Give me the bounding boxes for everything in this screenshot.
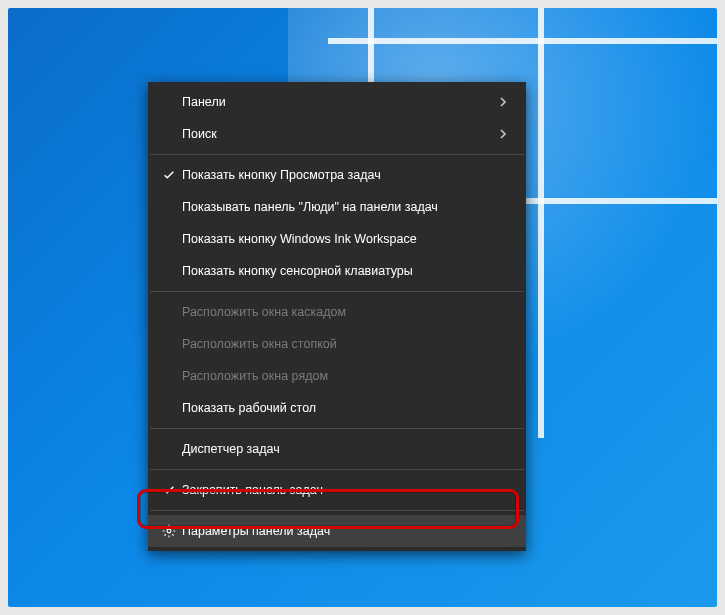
menu-separator	[150, 154, 524, 155]
menu-separator	[150, 291, 524, 292]
menu-item-sidebyside: Расположить окна рядом	[148, 360, 526, 392]
check-icon	[156, 168, 182, 182]
menu-item-label: Расположить окна каскадом	[182, 305, 514, 319]
menu-item-cascade: Расположить окна каскадом	[148, 296, 526, 328]
menu-item-label: Показать кнопку Просмотра задач	[182, 168, 514, 182]
svg-line-8	[164, 534, 165, 535]
menu-item-panels[interactable]: Панели	[148, 86, 526, 118]
menu-item-label: Поиск	[182, 127, 498, 141]
menu-item-label: Диспетчер задач	[182, 442, 514, 456]
taskbar-context-menu: ПанелиПоискПоказать кнопку Просмотра зад…	[148, 82, 526, 551]
menu-item-show-desktop[interactable]: Показать рабочий стол	[148, 392, 526, 424]
menu-item-label: Показывать панель "Люди" на панели задач	[182, 200, 514, 214]
menu-item-label: Закрепить панель задач	[182, 483, 514, 497]
menu-item-taskbar-settings[interactable]: Параметры панели задач	[148, 515, 526, 547]
desktop-wallpaper: ПанелиПоискПоказать кнопку Просмотра зад…	[8, 8, 717, 607]
menu-item-lock-taskbar[interactable]: Закрепить панель задач	[148, 474, 526, 506]
menu-item-label: Параметры панели задач	[182, 524, 514, 538]
menu-item-label: Панели	[182, 95, 498, 109]
svg-line-5	[164, 526, 165, 527]
menu-item-stacked: Расположить окна стопкой	[148, 328, 526, 360]
check-icon	[156, 483, 182, 497]
menu-item-people-bar[interactable]: Показывать панель "Люди" на панели задач	[148, 191, 526, 223]
gear-icon	[156, 524, 182, 538]
menu-separator	[150, 428, 524, 429]
menu-item-label: Расположить окна рядом	[182, 369, 514, 383]
menu-item-ink-workspace[interactable]: Показать кнопку Windows Ink Workspace	[148, 223, 526, 255]
menu-item-task-manager[interactable]: Диспетчер задач	[148, 433, 526, 465]
menu-item-label: Показать кнопку Windows Ink Workspace	[182, 232, 514, 246]
menu-item-search[interactable]: Поиск	[148, 118, 526, 150]
svg-point-0	[167, 529, 171, 533]
menu-item-label: Показать рабочий стол	[182, 401, 514, 415]
menu-separator	[150, 510, 524, 511]
svg-line-6	[172, 534, 173, 535]
wallpaper-beam	[328, 38, 717, 44]
chevron-right-icon	[498, 129, 514, 139]
chevron-right-icon	[498, 97, 514, 107]
menu-item-task-view[interactable]: Показать кнопку Просмотра задач	[148, 159, 526, 191]
menu-separator	[150, 469, 524, 470]
menu-item-label: Расположить окна стопкой	[182, 337, 514, 351]
svg-line-7	[172, 526, 173, 527]
wallpaper-beam	[538, 8, 544, 438]
menu-item-touch-keyboard[interactable]: Показать кнопку сенсорной клавиатуры	[148, 255, 526, 287]
menu-item-label: Показать кнопку сенсорной клавиатуры	[182, 264, 514, 278]
